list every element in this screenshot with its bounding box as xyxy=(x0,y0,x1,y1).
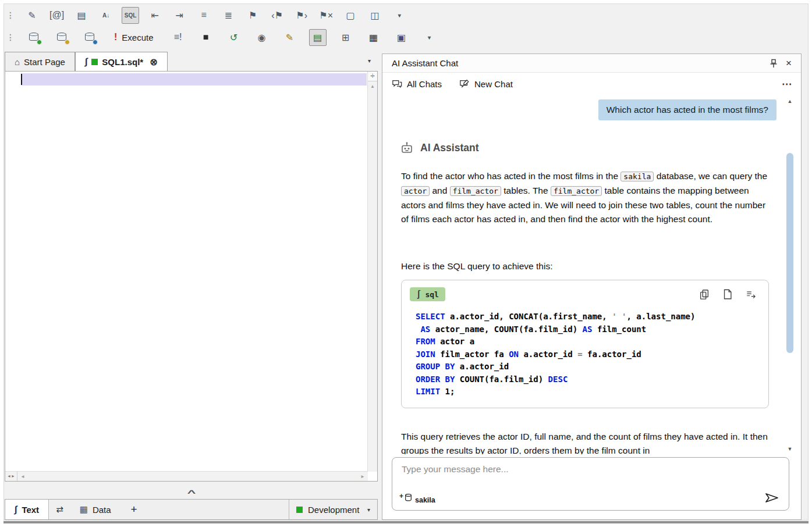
scroll-left-icon[interactable]: ◄ xyxy=(20,474,25,479)
code-token: LIMIT xyxy=(416,387,440,396)
environment-selector[interactable]: Development ▾ xyxy=(289,500,377,519)
inline-code: film_actor xyxy=(450,186,501,196)
pin-icon[interactable] xyxy=(766,56,781,70)
new-document-icon[interactable]: ▢ xyxy=(342,7,359,24)
at-variable-icon[interactable]: [@] xyxy=(48,7,66,24)
ai-assistant-chat-panel: AI Assistant Chat × All Chats New Chat ⋯… xyxy=(382,54,802,520)
next-bookmark-icon[interactable]: ⚑› xyxy=(293,7,310,24)
code-actions xyxy=(698,288,757,300)
scrollbar-thumb[interactable] xyxy=(786,153,793,353)
previous-bookmark-icon[interactable]: ‹⚑ xyxy=(268,7,286,24)
send-icon[interactable] xyxy=(764,491,779,504)
new-sql-icon[interactable]: ▤ xyxy=(309,29,327,46)
scroll-down-icon[interactable]: ▼ xyxy=(786,446,794,452)
context-database-label: sakila xyxy=(415,496,435,504)
toolbar-grip[interactable]: ⋮ xyxy=(5,7,16,24)
scroll-up-icon[interactable]: ▲ xyxy=(370,84,375,89)
split-handle-icon[interactable]: ◄► xyxy=(5,472,17,481)
code-token: GROUP BY xyxy=(416,362,455,371)
profiler-icon[interactable]: ◉ xyxy=(253,29,271,46)
query-builder-icon[interactable]: ⊞ xyxy=(337,29,354,46)
generate-script-icon[interactable]: ✎ xyxy=(281,29,299,46)
code-token: JOIN xyxy=(416,350,435,359)
tab-sql1[interactable]: ∫ SQL1.sql* ⊗ xyxy=(75,52,168,71)
comment-lines-icon[interactable]: ≡ xyxy=(195,7,212,24)
comment-icon[interactable]: ✎ xyxy=(23,7,41,24)
toolbar-dropdown-caret[interactable]: ▾ xyxy=(391,7,408,24)
chat-more-icon[interactable]: ⋯ xyxy=(782,78,792,90)
robot-icon xyxy=(400,141,414,154)
tab-start-page[interactable]: ⌂ Start Page xyxy=(5,52,75,71)
clear-bookmarks-icon[interactable]: ⚑× xyxy=(317,7,335,24)
connection-status-square xyxy=(91,59,98,65)
scroll-right-icon[interactable]: ► xyxy=(360,474,365,479)
code-token: AS xyxy=(420,325,430,334)
outline-icon[interactable]: ▤ xyxy=(73,7,90,24)
context-database-chip[interactable]: + sakila xyxy=(399,493,435,504)
chat-transcript: Which actor has acted in the most films?… xyxy=(382,95,801,454)
code-block-header: ∫ sql xyxy=(402,280,768,302)
uncomment-lines-icon[interactable]: ≣ xyxy=(219,7,237,24)
format-sql-icon[interactable]: SQL xyxy=(122,7,139,24)
execute-button[interactable]: ! Execute xyxy=(109,31,158,44)
copy-code-icon[interactable] xyxy=(698,288,710,300)
assistant-title: AI Assistant xyxy=(420,142,479,154)
view-text-tab[interactable]: ∫ Text xyxy=(5,500,49,519)
scroll-up-icon[interactable]: ▲ xyxy=(786,98,794,104)
assistant-message-lead: Here is the SQL query to achieve this: xyxy=(401,261,552,272)
results-grid-icon[interactable]: ▦ xyxy=(365,29,382,46)
code-token: FROM xyxy=(416,337,435,346)
sql-editor[interactable]: ÷ ▲ ◄► ◄ ► xyxy=(5,71,378,482)
code-token: = xyxy=(577,350,582,359)
bookmark-icon[interactable]: ⚑ xyxy=(244,7,261,24)
assistant-message-intro: To find the actor who has acted in the m… xyxy=(401,169,771,226)
code-line: GROUP BY a.actor_id xyxy=(416,361,760,373)
add-context-icon: + xyxy=(399,492,403,500)
history-icon[interactable]: ↺ xyxy=(225,29,243,46)
code-token: actor_name, COUNT(fa.film_id) xyxy=(430,325,582,334)
toolbar-text-editor: ⋮✎[@]▤A↓SQL⇤⇥≡≣⚑‹⚑⚑›⚑×▢◫▾ xyxy=(5,5,412,26)
new-chat-button[interactable]: New Chat xyxy=(459,79,513,89)
editor-vertical-scrollbar[interactable]: ÷ ▲ xyxy=(367,72,377,472)
database-refresh-icon[interactable] xyxy=(81,29,98,46)
close-tab-icon[interactable]: ⊗ xyxy=(150,56,157,67)
chat-input-card: + sakila xyxy=(392,457,789,511)
editor-horizontal-scrollbar[interactable]: ◄► ◄ ► xyxy=(5,471,368,481)
database-edit-icon[interactable] xyxy=(53,29,70,46)
code-line: ORDER BY COUNT(fa.film_id) DESC xyxy=(416,373,760,386)
indent-icon[interactable]: ⇥ xyxy=(171,7,188,24)
pin-glyph xyxy=(770,59,778,68)
language-label: sql xyxy=(425,290,438,299)
chat-scrollbar[interactable]: ▲ ▼ xyxy=(786,98,794,452)
database-connection-icon[interactable] xyxy=(25,29,42,46)
view-data-tab[interactable]: ▦ Data xyxy=(70,500,120,519)
all-chats-button[interactable]: All Chats xyxy=(392,79,442,89)
toolbar-overflow-caret[interactable]: ▾ xyxy=(421,29,438,46)
tab-list-caret-icon[interactable]: ▾ xyxy=(368,58,371,64)
user-message-bubble: Which actor has acted in the most films? xyxy=(598,99,776,120)
close-panel-icon[interactable]: × xyxy=(781,56,796,70)
active-line-highlight xyxy=(21,73,367,85)
code-line: JOIN film_actor fa ON a.actor_id = fa.ac… xyxy=(416,348,760,361)
message-input[interactable] xyxy=(400,464,756,475)
swap-view-button[interactable]: ⇄ xyxy=(49,500,70,519)
sort-az-icon[interactable]: A↓ xyxy=(97,7,115,24)
stop-icon[interactable]: ■ xyxy=(197,29,215,46)
code-token: DESC xyxy=(548,375,568,384)
text-segment: To find the actor who has acted in the m… xyxy=(401,171,620,181)
assistant-heading: AI Assistant xyxy=(400,141,479,154)
window-layout-icon[interactable]: ◫ xyxy=(366,7,384,24)
editor-split-button[interactable]: ÷ xyxy=(368,72,377,81)
code-token: 1; xyxy=(440,387,455,396)
data-export-icon[interactable]: ▣ xyxy=(393,29,410,46)
code-token: a.actor_id xyxy=(519,350,577,359)
execute-code-icon[interactable] xyxy=(745,288,757,300)
toolbar-grip[interactable]: ⋮ xyxy=(5,29,16,46)
outdent-icon[interactable]: ⇤ xyxy=(146,7,164,24)
execute-script-icon[interactable]: ≡! xyxy=(169,29,187,46)
open-in-new-document-icon[interactable] xyxy=(722,288,733,300)
code-line: AS actor_name, COUNT(fa.film_id) AS film… xyxy=(416,323,760,336)
collapse-panel-chevron[interactable]: ∧ xyxy=(185,488,197,496)
editor-pane: ⌂ Start Page ∫ SQL1.sql* ⊗ ▾ ÷ ▲ ◄► ◄ ► xyxy=(5,51,378,520)
add-view-button[interactable]: + xyxy=(120,500,148,519)
